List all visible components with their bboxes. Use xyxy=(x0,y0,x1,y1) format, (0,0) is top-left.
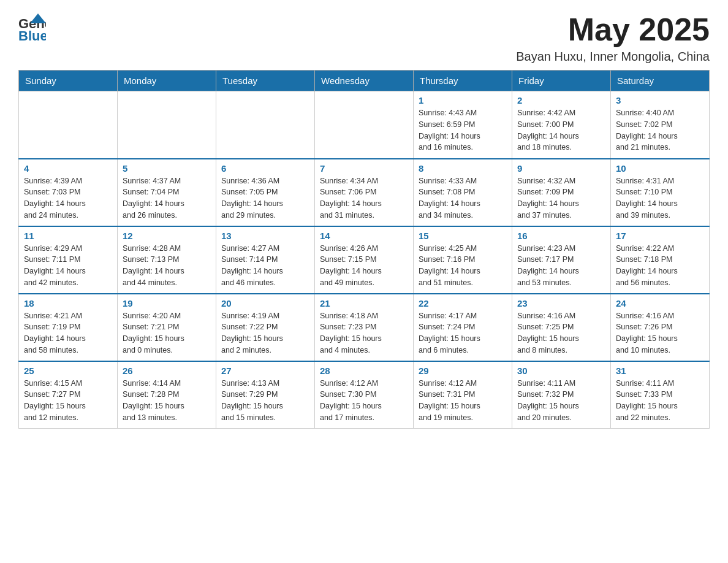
day-number: 9 xyxy=(517,163,605,174)
calendar-day-cell: 29Sunrise: 4:12 AM Sunset: 7:31 PM Dayli… xyxy=(414,361,512,429)
day-info: Sunrise: 4:20 AM Sunset: 7:21 PM Dayligh… xyxy=(123,310,211,356)
day-number: 10 xyxy=(616,163,704,174)
day-number: 18 xyxy=(24,298,112,308)
calendar-day-cell: 21Sunrise: 4:18 AM Sunset: 7:23 PM Dayli… xyxy=(315,294,414,361)
month-year-title: May 2025 xyxy=(516,12,710,47)
calendar-day-cell: 3Sunrise: 4:40 AM Sunset: 7:02 PM Daylig… xyxy=(611,91,710,159)
col-header-sunday: Sunday xyxy=(19,71,118,91)
calendar-day-cell: 6Sunrise: 4:36 AM Sunset: 7:05 PM Daylig… xyxy=(216,159,315,226)
day-info: Sunrise: 4:28 AM Sunset: 7:13 PM Dayligh… xyxy=(123,243,211,289)
logo: General Blue xyxy=(18,12,48,45)
day-info: Sunrise: 4:19 AM Sunset: 7:22 PM Dayligh… xyxy=(221,310,309,356)
day-info: Sunrise: 4:12 AM Sunset: 7:31 PM Dayligh… xyxy=(419,378,507,424)
calendar-day-cell: 9Sunrise: 4:32 AM Sunset: 7:09 PM Daylig… xyxy=(512,159,611,226)
calendar-week-row: 1Sunrise: 4:43 AM Sunset: 6:59 PM Daylig… xyxy=(19,91,710,159)
location-subtitle: Bayan Huxu, Inner Mongolia, China xyxy=(516,50,710,64)
day-number: 11 xyxy=(24,231,112,241)
day-number: 22 xyxy=(419,298,507,308)
col-header-monday: Monday xyxy=(118,71,216,91)
day-info: Sunrise: 4:17 AM Sunset: 7:24 PM Dayligh… xyxy=(419,310,507,356)
day-info: Sunrise: 4:31 AM Sunset: 7:10 PM Dayligh… xyxy=(616,175,704,221)
logo-mark: General Blue xyxy=(18,12,46,45)
day-info: Sunrise: 4:39 AM Sunset: 7:03 PM Dayligh… xyxy=(24,175,112,221)
calendar-week-row: 4Sunrise: 4:39 AM Sunset: 7:03 PM Daylig… xyxy=(19,159,710,226)
calendar-day-cell: 23Sunrise: 4:16 AM Sunset: 7:25 PM Dayli… xyxy=(512,294,611,361)
day-info: Sunrise: 4:40 AM Sunset: 7:02 PM Dayligh… xyxy=(616,107,704,153)
calendar-day-cell: 17Sunrise: 4:22 AM Sunset: 7:18 PM Dayli… xyxy=(611,226,710,294)
day-number: 31 xyxy=(616,366,704,376)
day-number: 25 xyxy=(24,366,112,376)
day-number: 29 xyxy=(419,366,507,376)
day-number: 20 xyxy=(221,298,309,308)
day-info: Sunrise: 4:14 AM Sunset: 7:28 PM Dayligh… xyxy=(123,378,211,424)
day-info: Sunrise: 4:25 AM Sunset: 7:16 PM Dayligh… xyxy=(419,243,507,289)
calendar-day-cell: 13Sunrise: 4:27 AM Sunset: 7:14 PM Dayli… xyxy=(216,226,315,294)
day-number: 5 xyxy=(123,163,211,174)
calendar-week-row: 18Sunrise: 4:21 AM Sunset: 7:19 PM Dayli… xyxy=(19,294,710,361)
calendar-day-cell: 20Sunrise: 4:19 AM Sunset: 7:22 PM Dayli… xyxy=(216,294,315,361)
col-header-thursday: Thursday xyxy=(414,71,512,91)
calendar-day-cell: 22Sunrise: 4:17 AM Sunset: 7:24 PM Dayli… xyxy=(414,294,512,361)
calendar-day-cell: 2Sunrise: 4:42 AM Sunset: 7:00 PM Daylig… xyxy=(512,91,611,159)
day-info: Sunrise: 4:16 AM Sunset: 7:26 PM Dayligh… xyxy=(616,310,704,356)
day-number: 16 xyxy=(517,231,605,241)
day-info: Sunrise: 4:11 AM Sunset: 7:32 PM Dayligh… xyxy=(517,378,605,424)
day-info: Sunrise: 4:42 AM Sunset: 7:00 PM Dayligh… xyxy=(517,107,605,153)
calendar-week-row: 11Sunrise: 4:29 AM Sunset: 7:11 PM Dayli… xyxy=(19,226,710,294)
calendar-day-cell: 5Sunrise: 4:37 AM Sunset: 7:04 PM Daylig… xyxy=(118,159,216,226)
day-number: 23 xyxy=(517,298,605,308)
calendar-week-row: 25Sunrise: 4:15 AM Sunset: 7:27 PM Dayli… xyxy=(19,361,710,429)
day-number: 24 xyxy=(616,298,704,308)
day-number: 27 xyxy=(221,366,309,376)
col-header-wednesday: Wednesday xyxy=(315,71,414,91)
day-info: Sunrise: 4:29 AM Sunset: 7:11 PM Dayligh… xyxy=(24,243,112,289)
day-info: Sunrise: 4:11 AM Sunset: 7:33 PM Dayligh… xyxy=(616,378,704,424)
day-info: Sunrise: 4:16 AM Sunset: 7:25 PM Dayligh… xyxy=(517,310,605,356)
day-number: 30 xyxy=(517,366,605,376)
day-info: Sunrise: 4:26 AM Sunset: 7:15 PM Dayligh… xyxy=(320,243,408,289)
col-header-friday: Friday xyxy=(512,71,611,91)
svg-text:Blue: Blue xyxy=(18,28,46,43)
day-info: Sunrise: 4:23 AM Sunset: 7:17 PM Dayligh… xyxy=(517,243,605,289)
day-info: Sunrise: 4:12 AM Sunset: 7:30 PM Dayligh… xyxy=(320,378,408,424)
calendar-day-cell: 15Sunrise: 4:25 AM Sunset: 7:16 PM Dayli… xyxy=(414,226,512,294)
calendar-day-cell: 14Sunrise: 4:26 AM Sunset: 7:15 PM Dayli… xyxy=(315,226,414,294)
page-header: General Blue May 2025 Bayan Huxu, Inner … xyxy=(18,12,710,64)
day-info: Sunrise: 4:37 AM Sunset: 7:04 PM Dayligh… xyxy=(123,175,211,221)
day-number: 19 xyxy=(123,298,211,308)
calendar-day-cell: 27Sunrise: 4:13 AM Sunset: 7:29 PM Dayli… xyxy=(216,361,315,429)
day-info: Sunrise: 4:22 AM Sunset: 7:18 PM Dayligh… xyxy=(616,243,704,289)
day-info: Sunrise: 4:27 AM Sunset: 7:14 PM Dayligh… xyxy=(221,243,309,289)
col-header-tuesday: Tuesday xyxy=(216,71,315,91)
day-number: 17 xyxy=(616,231,704,241)
day-info: Sunrise: 4:32 AM Sunset: 7:09 PM Dayligh… xyxy=(517,175,605,221)
day-number: 28 xyxy=(320,366,408,376)
calendar-day-cell: 31Sunrise: 4:11 AM Sunset: 7:33 PM Dayli… xyxy=(611,361,710,429)
calendar-day-cell xyxy=(19,91,118,159)
day-info: Sunrise: 4:33 AM Sunset: 7:08 PM Dayligh… xyxy=(419,175,507,221)
calendar-day-cell: 1Sunrise: 4:43 AM Sunset: 6:59 PM Daylig… xyxy=(414,91,512,159)
day-number: 8 xyxy=(419,163,507,174)
col-header-saturday: Saturday xyxy=(611,71,710,91)
calendar-day-cell: 30Sunrise: 4:11 AM Sunset: 7:32 PM Dayli… xyxy=(512,361,611,429)
day-info: Sunrise: 4:13 AM Sunset: 7:29 PM Dayligh… xyxy=(221,378,309,424)
calendar-table: SundayMondayTuesdayWednesdayThursdayFrid… xyxy=(18,70,710,429)
day-number: 1 xyxy=(419,95,507,105)
calendar-day-cell: 26Sunrise: 4:14 AM Sunset: 7:28 PM Dayli… xyxy=(118,361,216,429)
calendar-day-cell: 18Sunrise: 4:21 AM Sunset: 7:19 PM Dayli… xyxy=(19,294,118,361)
calendar-day-cell: 11Sunrise: 4:29 AM Sunset: 7:11 PM Dayli… xyxy=(19,226,118,294)
calendar-day-cell: 7Sunrise: 4:34 AM Sunset: 7:06 PM Daylig… xyxy=(315,159,414,226)
day-number: 21 xyxy=(320,298,408,308)
calendar-day-cell: 12Sunrise: 4:28 AM Sunset: 7:13 PM Dayli… xyxy=(118,226,216,294)
calendar-day-cell: 19Sunrise: 4:20 AM Sunset: 7:21 PM Dayli… xyxy=(118,294,216,361)
day-number: 7 xyxy=(320,163,408,174)
day-number: 6 xyxy=(221,163,309,174)
calendar-day-cell: 16Sunrise: 4:23 AM Sunset: 7:17 PM Dayli… xyxy=(512,226,611,294)
calendar-day-cell xyxy=(216,91,315,159)
calendar-day-cell: 25Sunrise: 4:15 AM Sunset: 7:27 PM Dayli… xyxy=(19,361,118,429)
calendar-day-cell: 24Sunrise: 4:16 AM Sunset: 7:26 PM Dayli… xyxy=(611,294,710,361)
calendar-day-cell xyxy=(315,91,414,159)
day-number: 3 xyxy=(616,95,704,105)
calendar-header-row: SundayMondayTuesdayWednesdayThursdayFrid… xyxy=(19,71,710,91)
calendar-day-cell xyxy=(118,91,216,159)
